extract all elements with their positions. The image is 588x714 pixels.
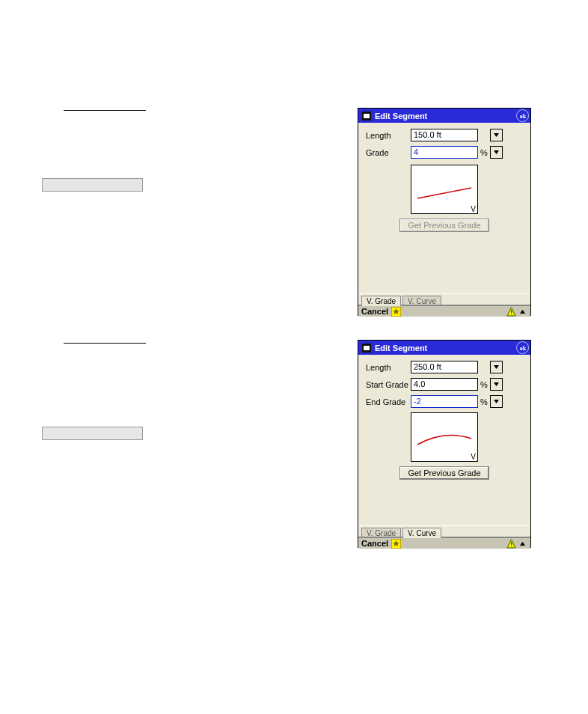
- svg-rect-7: [511, 310, 512, 313]
- title-bar: Edit Segment ok: [358, 109, 530, 123]
- end-grade-row: End Grade -2 %: [366, 395, 523, 408]
- tab-v-grade[interactable]: V. Grade: [361, 296, 401, 306]
- favorite-icon[interactable]: [391, 307, 401, 317]
- sketch-svg: [411, 165, 477, 213]
- sketch-svg: [411, 413, 477, 461]
- start-grade-label: Start Grade: [366, 380, 411, 389]
- length-input[interactable]: 250.0 ft: [411, 361, 478, 373]
- ok-button[interactable]: ok: [516, 341, 529, 354]
- end-grade-dropdown-button[interactable]: [490, 395, 503, 408]
- doc-separator-line: [64, 343, 146, 344]
- doc-separator-line: [64, 110, 146, 111]
- end-grade-label: End Grade: [366, 397, 411, 406]
- grade-line-icon: [417, 188, 471, 198]
- window-title: Edit Segment: [375, 112, 427, 120]
- edit-segment-dialog-vcurve: Edit Segment ok Length 250.0 ft Start Gr…: [358, 340, 531, 548]
- length-dropdown-button[interactable]: [490, 361, 503, 373]
- svg-marker-2: [494, 133, 499, 137]
- sketch-v-label: V: [471, 453, 476, 461]
- svg-marker-12: [494, 365, 499, 369]
- chevron-down-icon: [493, 149, 500, 156]
- cancel-button[interactable]: Cancel: [361, 307, 388, 316]
- svg-marker-20: [520, 542, 525, 546]
- length-dropdown-button[interactable]: [490, 129, 503, 141]
- sketch-v-label: V: [471, 205, 476, 213]
- length-row: Length 250.0 ft: [366, 361, 523, 373]
- chevron-down-icon: [493, 381, 500, 388]
- grade-label: Grade: [366, 148, 411, 157]
- length-row: Length 150.0 ft: [366, 129, 523, 141]
- window-title: Edit Segment: [375, 344, 427, 353]
- status-bar: Cancel: [358, 537, 530, 549]
- svg-marker-14: [494, 400, 499, 403]
- get-previous-grade-button[interactable]: Get Previous Grade: [399, 466, 489, 480]
- chevron-down-icon: [493, 364, 500, 370]
- chevron-down-icon: [493, 132, 500, 138]
- svg-rect-19: [511, 546, 512, 546]
- get-previous-grade-button: Get Previous Grade: [399, 219, 489, 232]
- tab-v-curve[interactable]: V. Curve: [402, 528, 441, 538]
- curve-line-icon: [417, 436, 471, 445]
- dialog-client-area: Length 250.0 ft Start Grade 4.0 % End Gr…: [358, 355, 530, 525]
- status-bar: Cancel: [358, 305, 530, 317]
- svg-marker-9: [520, 310, 525, 314]
- ok-icon-text: ok: [519, 345, 526, 352]
- end-grade-unit: %: [480, 397, 489, 406]
- segment-sketch: V: [411, 165, 478, 214]
- start-grade-unit: %: [480, 380, 489, 389]
- length-input[interactable]: 150.0 ft: [411, 129, 478, 141]
- warning-icon[interactable]: [506, 539, 516, 549]
- grade-input[interactable]: 4: [411, 146, 478, 159]
- grade-row: Grade 4 %: [366, 146, 523, 159]
- tab-strip: V. Grade V. Curve: [358, 293, 530, 305]
- doc-placeholder-box: [42, 427, 143, 440]
- tab-strip: V. Grade V. Curve: [358, 525, 530, 537]
- grade-dropdown-button[interactable]: [490, 146, 503, 159]
- warning-icon[interactable]: [506, 307, 516, 317]
- start-grade-input[interactable]: 4.0: [411, 378, 478, 391]
- edit-segment-dialog-vgrade: Edit Segment ok Length 150.0 ft Grade 4 …: [358, 108, 531, 316]
- length-label: Length: [366, 363, 411, 372]
- end-grade-input[interactable]: -2: [411, 395, 478, 408]
- app-icon: [361, 343, 372, 353]
- ok-button[interactable]: ok: [516, 109, 529, 122]
- segment-sketch: V: [411, 412, 478, 462]
- grade-unit: %: [480, 148, 489, 157]
- doc-placeholder-box: [42, 178, 143, 192]
- start-grade-dropdown-button[interactable]: [490, 378, 503, 391]
- svg-marker-3: [494, 150, 499, 154]
- ok-icon-text: ok: [519, 113, 526, 120]
- app-icon: [361, 111, 372, 121]
- start-grade-row: Start Grade 4.0 %: [366, 378, 523, 391]
- tab-v-grade[interactable]: V. Grade: [361, 528, 401, 537]
- chevron-down-icon: [493, 398, 500, 405]
- title-bar: Edit Segment ok: [358, 341, 530, 355]
- tab-v-curve[interactable]: V. Curve: [402, 296, 441, 305]
- favorite-icon[interactable]: [391, 539, 401, 549]
- svg-rect-18: [511, 542, 512, 545]
- kbd-up-icon[interactable]: [518, 307, 527, 317]
- kbd-up-icon[interactable]: [518, 539, 527, 549]
- cancel-button[interactable]: Cancel: [361, 539, 388, 548]
- svg-rect-11: [364, 346, 370, 350]
- dialog-client-area: Length 150.0 ft Grade 4 % V Get Previous…: [358, 123, 530, 293]
- svg-rect-1: [364, 114, 370, 118]
- length-label: Length: [366, 131, 411, 140]
- svg-marker-13: [494, 382, 499, 386]
- svg-rect-8: [511, 314, 512, 314]
